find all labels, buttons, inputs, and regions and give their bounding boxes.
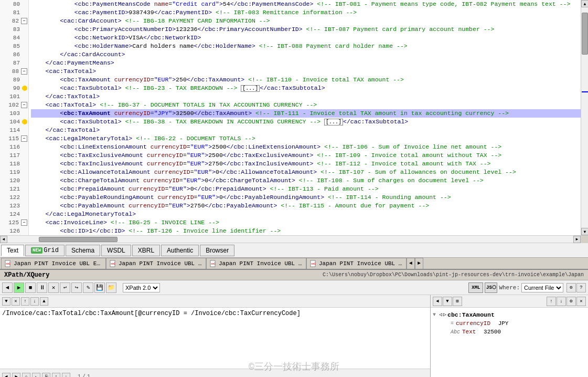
tabs-scroll-left[interactable]: ◄ — [407, 258, 415, 269]
code-line: <cbc:TaxInclusiveAmount currencyID="EUR"… — [31, 160, 581, 168]
fold-icon[interactable]: − — [21, 219, 27, 226]
xpath-help-button[interactable]: ? — [576, 283, 586, 292]
tree-root-row: ▼ ◁ ▷ cbc:TaxAmount — [433, 310, 586, 319]
horizontal-scrollbar[interactable]: ◄ ► — [0, 235, 588, 243]
code-line: <cbc:HolderName>Card holders name</cbc:H… — [31, 42, 581, 50]
breakpoint-indicator — [22, 119, 27, 124]
xpath-xml-button[interactable]: XML — [468, 282, 483, 293]
new-badge: NEW — [31, 247, 42, 254]
file-tab-1[interactable]: xml Japan PINT Invoice UBL Example2-TaxA… — [1, 258, 106, 269]
result-options[interactable]: ⚙ — [566, 297, 576, 306]
text-view-button[interactable]: Text — [1, 245, 24, 256]
xpath-up[interactable]: ↑ — [52, 373, 60, 378]
scroll-up-arrow[interactable]: ▲ — [581, 0, 588, 7]
svg-text:xml: xml — [311, 263, 316, 266]
authentic-view-button[interactable]: Authentic — [161, 245, 199, 256]
scroll-right-arrow[interactable]: ► — [573, 236, 581, 243]
xpath-expression-input[interactable]: /Invoice/cac:TaxTotal/cbc:TaxAmount[@cur… — [0, 308, 430, 369]
code-line: <cac:LegalMonetaryTotal> <!-- IBG-22 - D… — [31, 134, 581, 143]
fold-icon[interactable]: − — [21, 68, 27, 75]
file-tab-2[interactable]: xml Japan PINT Invoice UBL Example3-SumI… — [106, 258, 206, 269]
xpath-step-button[interactable]: ⏸ — [37, 282, 47, 293]
result-expand[interactable]: ▼ — [443, 297, 452, 306]
xpath-slash: / — [82, 374, 85, 377]
xpath-version-select[interactable]: XPath 2.0 — [123, 283, 160, 292]
xml-file-icon: xml — [210, 260, 217, 267]
code-editor[interactable]: <cbc:PaymentMeansCode name="Credit card"… — [29, 0, 581, 235]
xpath-expr-settings[interactable]: ▼ — [2, 297, 10, 306]
code-line: <cbc:ChargeTotalAmount currencyID="EUR">… — [31, 176, 581, 185]
xml-file-icon: xml — [5, 260, 12, 267]
xpath-end[interactable]: ↘ — [32, 373, 40, 378]
code-line: </cac:TaxTotal> — [31, 126, 581, 134]
xpath-panel-title: XPath/XQuery — [4, 271, 49, 279]
xpath-left-count: 1 — [78, 374, 81, 377]
xpath-expr-expand[interactable]: ▲ — [40, 297, 48, 306]
grid-view-button[interactable]: NEW Grid — [25, 245, 65, 256]
scroll-down-arrow[interactable]: ▼ — [581, 228, 588, 235]
code-line-highlighted: <cbc:TaxAmount currencyID="JPY">32500</c… — [31, 109, 581, 118]
result-down[interactable]: ↓ — [557, 297, 566, 306]
xpath-expr-next[interactable]: ↓ — [30, 297, 39, 306]
xpath-prev-button[interactable]: ◄ — [2, 282, 13, 293]
xpath-copy[interactable]: ⎘ — [42, 373, 50, 378]
xpath-options-button[interactable]: ⚙ — [566, 283, 576, 292]
tree-attr-row-2: Abc Text 32500 — [433, 328, 586, 336]
code-line: <cbc:PrepaidAmount currencyID="EUR">0</c… — [31, 185, 581, 193]
fold-icon[interactable]: − — [21, 135, 27, 142]
fold-icon[interactable]: − — [21, 102, 27, 108]
browser-view-button[interactable]: Browser — [200, 245, 234, 256]
code-line: <cbc:TaxAmount currencyID="EUR">250</cbc… — [31, 76, 581, 84]
xpath-expr-prev[interactable]: ↑ — [21, 297, 29, 306]
xpath-open-button[interactable]: 📁 — [106, 282, 116, 293]
hscrollbar-thumb[interactable] — [39, 237, 117, 242]
code-line: <cbc:PaymentMeansCode name="Credit card"… — [31, 0, 581, 8]
xbrl-view-button[interactable]: XBRL — [132, 245, 160, 256]
file-tab-3[interactable]: xml Japan PINT Invoice UBL Example4-SumI… — [206, 258, 306, 269]
xpath-right-scroll[interactable]: ► — [12, 373, 20, 378]
fold-icon[interactable]: − — [21, 18, 27, 24]
result-filter[interactable]: ⊞ — [453, 297, 462, 306]
xpath-expr-clear[interactable]: ✕ — [12, 297, 20, 306]
wsdl-view-button[interactable]: WSDL — [101, 245, 131, 256]
xpath-where-label: Where: — [499, 285, 520, 291]
xpath-forward-button[interactable]: ↪ — [71, 282, 82, 293]
xpath-panel: XPath/XQuery C:\Users\nobuy\Dropbox\PC\D… — [0, 269, 588, 377]
file-tab-4[interactable]: xml Japan PINT Invoice UBL Example5-Allo… — [306, 258, 407, 269]
xpath-body: ◄ ▶ ■ ⏸ ✕ ↩ ↪ ✎ 💾 📁 XPath 2.0 XML JS⬡ Wh… — [0, 280, 588, 377]
xpath-result-toolbar: ◄ ▼ ⊞ ↑ ↓ ⚙ ✕ — [431, 295, 588, 308]
svg-text:xml: xml — [111, 263, 115, 266]
code-line: <cac:TaxTotal> — [31, 67, 581, 76]
code-line: <cbc:PrimaryAccountNumberID>123236</cbc:… — [31, 25, 581, 34]
xpath-where-select[interactable]: Current File — [521, 283, 563, 292]
xpath-js-button[interactable]: JS⬡ — [485, 282, 497, 293]
xpath-stop-button[interactable]: ■ — [25, 282, 36, 293]
code-line: <cac:TaxSubtotal> <!-- IBG-38 - TAX BREA… — [31, 118, 581, 126]
result-close[interactable]: ✕ — [576, 297, 586, 306]
xpath-down[interactable]: ↓ — [62, 373, 70, 378]
attr-equals-icon: = — [451, 321, 454, 327]
result-up[interactable]: ↑ — [547, 297, 556, 306]
xpath-back-button[interactable]: ↩ — [60, 282, 70, 293]
text-icon: Abc — [451, 329, 460, 335]
code-line: <cbc:ID>1</cbc:ID> <!-- IBT-126 - Invoic… — [31, 227, 581, 235]
scroll-left-arrow[interactable]: ◄ — [0, 236, 7, 243]
xpath-clear-button[interactable]: ✕ — [48, 282, 59, 293]
xpath-edit-button[interactable]: ✎ — [83, 282, 93, 293]
result-back[interactable]: ◄ — [433, 297, 442, 306]
scrollbar-thumb[interactable] — [582, 13, 588, 55]
code-line: <cbc:PayableRoundingAmount currencyID="E… — [31, 193, 581, 202]
tree-attr-name-1: currencyID — [456, 320, 490, 327]
tabs-scroll-right[interactable]: ► — [415, 258, 423, 269]
xpath-left-scroll[interactable]: ◄ — [2, 373, 10, 378]
vertical-scrollbar[interactable]: ▲ ▼ — [581, 0, 588, 235]
xpath-result-panel: ◄ ▼ ⊞ ↑ ↓ ⚙ ✕ ▼ ◁ — [431, 295, 588, 377]
xml-file-icon: xml — [310, 260, 317, 267]
xpath-save-button[interactable]: 💾 — [94, 282, 105, 293]
code-line: </cac:LegalMonetaryTotal> — [31, 210, 581, 218]
xpath-home[interactable]: ⌂ — [22, 373, 30, 378]
xpath-toolbar: ◄ ▶ ■ ⏸ ✕ ↩ ↪ ✎ 💾 📁 XPath 2.0 XML JS⬡ Wh… — [0, 280, 588, 295]
xpath-run-button[interactable]: ▶ — [14, 282, 24, 293]
schema-view-button[interactable]: Schema — [66, 245, 100, 256]
code-line: <cbc:TaxExclusiveAmount currencyID="EUR"… — [31, 151, 581, 160]
